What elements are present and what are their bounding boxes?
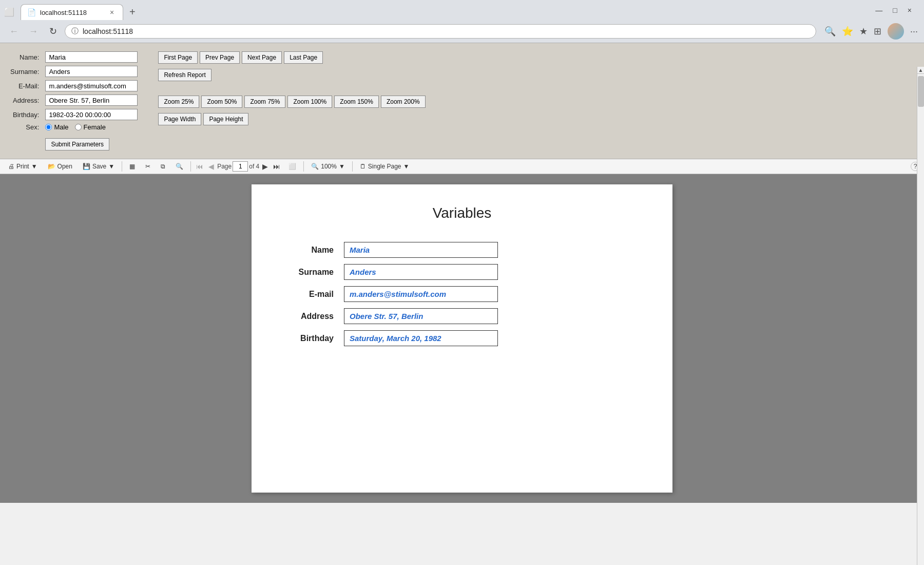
tab-page-icon: 📄 <box>27 8 36 16</box>
scissors-icon-btn[interactable]: ✂ <box>141 161 155 172</box>
name-input[interactable] <box>45 51 138 63</box>
first-page-button[interactable]: First Page <box>158 51 198 64</box>
page-width-button[interactable]: Page Width <box>158 113 201 125</box>
browser-sidebar-icon[interactable]: ⬜ <box>4 7 14 17</box>
tab-close-button[interactable]: × <box>107 8 117 17</box>
zoom-100-button[interactable]: Zoom 100% <box>287 96 332 108</box>
submit-parameters-button[interactable]: Submit Parameters <box>45 138 109 150</box>
print-dropdown-icon[interactable]: ▼ <box>31 163 37 170</box>
collections-icon[interactable]: ⊞ <box>874 26 881 37</box>
info-icon: ⓘ <box>71 27 79 36</box>
scrollbar[interactable]: ▲ <box>917 67 924 503</box>
zoom-buttons: Zoom 25% Zoom 50% Zoom 75% Zoom 100% Zoo… <box>158 96 425 108</box>
zoom-control[interactable]: 🔍 100% ▼ <box>307 161 349 172</box>
page-height-button[interactable]: Page Height <box>203 113 248 125</box>
page-number-input[interactable] <box>233 161 248 172</box>
surname-input[interactable] <box>45 66 138 77</box>
forward-button[interactable]: → <box>26 24 41 39</box>
sex-label: Sex: <box>10 123 39 131</box>
birthday-label: Birthday: <box>10 111 39 119</box>
report-area: Variables Name Maria Surname Anders E-ma… <box>0 174 924 503</box>
female-label: Female <box>84 123 106 131</box>
male-label: Male <box>54 123 68 131</box>
zoom-dropdown-icon[interactable]: ▼ <box>339 163 345 170</box>
address-label: Address: <box>10 97 39 104</box>
page-label: Page <box>217 163 232 170</box>
field-label-address: Address <box>282 312 344 321</box>
print-label: Print <box>16 163 29 170</box>
copy-icon-btn[interactable]: ⧉ <box>157 161 169 172</box>
zoom-magnify-icon: 🔍 <box>311 163 319 170</box>
nav-bar: ← → ↻ ⓘ localhost:51118 🔍 ⭐ ★ ⊞ ··· <box>0 20 924 43</box>
last-page-nav-btn[interactable]: ⏭ <box>271 161 282 172</box>
save-icon: 💾 <box>83 163 90 170</box>
zoom-75-button[interactable]: Zoom 75% <box>244 96 285 108</box>
name-label: Name: <box>10 53 39 61</box>
zoom-25-button[interactable]: Zoom 25% <box>158 96 199 108</box>
browser-nav-icons: 🔍 ⭐ ★ ⊞ ··· <box>820 23 918 40</box>
tab-title: localhost:51118 <box>40 9 103 16</box>
menu-icon[interactable]: ··· <box>910 26 918 37</box>
close-button[interactable]: × <box>908 6 912 14</box>
report-field-address: Address Obere Str. 57, Berlin <box>282 308 642 324</box>
print-button[interactable]: 🖨 Print ▼ <box>4 161 42 172</box>
open-button[interactable]: 📂 Open <box>44 161 76 172</box>
page-nav-buttons: First Page Prev Page Next Page Last Page <box>158 51 425 64</box>
reading-list-icon[interactable]: ★ <box>859 26 868 37</box>
field-label-birthday: Birthday <box>282 334 344 343</box>
copy-icon: ⧉ <box>161 163 165 170</box>
total-pages-label: of 4 <box>249 163 259 170</box>
address-input[interactable] <box>45 95 138 106</box>
zoom-value: 100% <box>321 163 337 170</box>
report-title: Variables <box>282 205 642 221</box>
restore-button[interactable]: □ <box>893 6 897 14</box>
page-navigation: ⏮ ◀ Page of 4 ▶ ⏭ <box>194 161 282 172</box>
field-label-name: Name <box>282 246 344 255</box>
report-field-email: E-mail m.anders@stimulsoft.com <box>282 286 642 302</box>
first-page-nav-btn[interactable]: ⏮ <box>194 161 205 172</box>
search-report-btn[interactable]: 🔍 <box>171 161 187 172</box>
user-avatar[interactable] <box>888 23 904 40</box>
address-text: localhost:51118 <box>83 27 810 35</box>
minimize-button[interactable]: — <box>875 6 882 14</box>
email-input[interactable] <box>45 80 138 91</box>
last-page-button[interactable]: Last Page <box>284 51 323 64</box>
single-page-view-btn[interactable]: 🗒 Single Page ▼ <box>356 161 414 172</box>
open-label: Open <box>57 163 72 170</box>
single-page-icon: 🗒 <box>360 163 366 170</box>
page-view-icon: ⬜ <box>288 163 296 170</box>
refresh-buttons: Refresh Report <box>158 69 425 81</box>
male-radio[interactable] <box>45 124 52 130</box>
view-dropdown-icon[interactable]: ▼ <box>403 163 410 170</box>
female-radio[interactable] <box>75 124 82 130</box>
favorites-icon[interactable]: ⭐ <box>842 26 853 37</box>
back-button[interactable]: ← <box>6 24 22 39</box>
new-tab-button[interactable]: + <box>125 4 140 20</box>
report-field-birthday: Birthday Saturday, March 20, 1982 <box>282 330 642 346</box>
zoom-50-button[interactable]: Zoom 50% <box>201 96 242 108</box>
address-bar[interactable]: ⓘ localhost:51118 <box>65 24 816 39</box>
refresh-report-button[interactable]: Refresh Report <box>158 69 211 81</box>
columns-icon-btn[interactable]: ▦ <box>125 161 139 172</box>
toolbar-separator-2 <box>190 161 191 172</box>
save-label: Save <box>92 163 106 170</box>
search-icon[interactable]: 🔍 <box>824 26 836 37</box>
zoom-200-button[interactable]: Zoom 200% <box>381 96 426 108</box>
scroll-thumb[interactable] <box>918 76 924 107</box>
male-radio-label[interactable]: Male <box>45 123 68 131</box>
save-dropdown-icon[interactable]: ▼ <box>108 163 114 170</box>
scroll-up-arrow[interactable]: ▲ <box>917 67 925 74</box>
refresh-button[interactable]: ↻ <box>45 24 61 39</box>
active-tab[interactable]: 📄 localhost:51118 × <box>21 4 123 20</box>
zoom-150-button[interactable]: Zoom 150% <box>334 96 379 108</box>
female-radio-label[interactable]: Female <box>75 123 106 131</box>
browser-chrome: ⬜ 📄 localhost:51118 × + — □ × ← → ↻ ⓘ lo… <box>0 0 924 43</box>
birthday-input[interactable] <box>45 109 138 120</box>
prev-page-nav-btn[interactable]: ◀ <box>206 161 216 172</box>
prev-page-button[interactable]: Prev Page <box>200 51 240 64</box>
next-page-nav-btn[interactable]: ▶ <box>260 161 270 172</box>
scissors-icon: ✂ <box>145 163 150 170</box>
page-view-icon-btn[interactable]: ⬜ <box>284 161 300 172</box>
save-button[interactable]: 💾 Save ▼ <box>79 161 119 172</box>
next-page-button[interactable]: Next Page <box>242 51 282 64</box>
